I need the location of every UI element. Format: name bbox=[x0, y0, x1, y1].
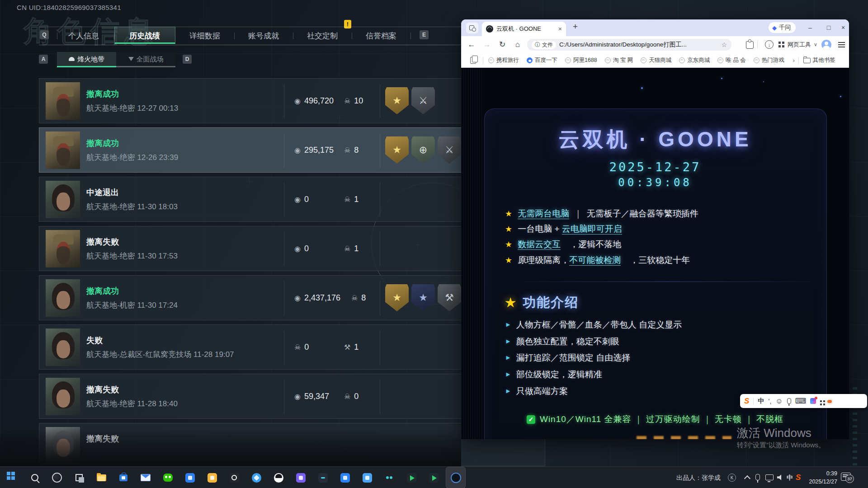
row-divider bbox=[284, 84, 284, 118]
wechat-button[interactable] bbox=[158, 467, 178, 488]
file-explorer-button[interactable] bbox=[91, 467, 111, 488]
tray-volume-icon[interactable] bbox=[777, 474, 783, 480]
bookmark-item[interactable]: 携程旅行 bbox=[488, 56, 519, 64]
qianwen-extension-button[interactable]: ◆ 千问 bbox=[769, 22, 796, 33]
window-minimize-button[interactable]: – bbox=[803, 21, 817, 34]
bookmark-panel-icon[interactable] bbox=[470, 57, 476, 64]
app-lightblue-button[interactable] bbox=[357, 467, 377, 488]
forward-button[interactable]: → bbox=[480, 36, 494, 53]
app-navy-button[interactable] bbox=[313, 467, 333, 488]
emoji-button[interactable]: ☺ bbox=[775, 397, 783, 405]
store-button[interactable] bbox=[113, 467, 133, 488]
start-button[interactable] bbox=[3, 467, 23, 488]
bookmark-item[interactable]: 阿里1688 bbox=[565, 56, 597, 64]
wings-icon bbox=[128, 57, 134, 61]
qq-button[interactable] bbox=[269, 467, 288, 488]
subtab-fire-zone[interactable]: 烽火地带 bbox=[57, 52, 116, 67]
row-divider bbox=[380, 183, 380, 217]
address-bar[interactable]: ⓘ文件 C:/Users/Administrator/Desktop/goone… bbox=[527, 39, 731, 51]
extensions-icon[interactable] bbox=[746, 41, 754, 49]
search-button[interactable] bbox=[25, 467, 45, 488]
chevron-down-icon[interactable]: ∨ bbox=[814, 36, 817, 53]
bookmark-item[interactable]: 京东商城 bbox=[679, 56, 710, 64]
wegame-button[interactable] bbox=[224, 467, 244, 488]
tray-sogou-icon[interactable]: S bbox=[796, 467, 801, 488]
qq-icon bbox=[274, 473, 283, 483]
arrow-marker-icon: ► bbox=[505, 354, 511, 361]
tab-separator bbox=[293, 33, 293, 39]
home-button[interactable]: ⌂ bbox=[511, 36, 524, 53]
tab-achievements[interactable]: 账号成就 bbox=[248, 27, 279, 45]
subtab-full-battlefield[interactable]: 全面战场 bbox=[116, 52, 175, 67]
bookmark-item[interactable]: 热门游戏 bbox=[754, 56, 784, 64]
accelerator-button[interactable] bbox=[401, 467, 421, 488]
feature-text: 一台电脑 + bbox=[518, 224, 562, 234]
skin-center-icon[interactable] bbox=[810, 398, 816, 404]
ime-punctuation-button[interactable]: ’, bbox=[768, 398, 771, 405]
arrow-marker-icon: ► bbox=[505, 371, 511, 378]
tray-k-icon[interactable]: K bbox=[728, 474, 736, 482]
voice-input-icon[interactable] bbox=[787, 398, 791, 404]
bookmark-item[interactable]: 淘 宝 网 bbox=[605, 56, 633, 64]
bookmark-item[interactable]: 百度一下 bbox=[527, 56, 557, 64]
ai-mascot-icon[interactable] bbox=[826, 398, 833, 405]
tray-clock[interactable]: 0:39 2025/12/27 bbox=[807, 470, 837, 486]
bookmark-star-icon[interactable]: ☆ bbox=[721, 41, 727, 48]
delta-force-active-button[interactable] bbox=[446, 467, 466, 488]
keyboard-icon[interactable]: ⌨ bbox=[795, 396, 807, 406]
tab-reputation[interactable]: 信誉档案 bbox=[366, 27, 396, 45]
other-bookmarks-button[interactable]: 其他书签 bbox=[803, 56, 835, 64]
loot-value-stat: ◉0 bbox=[294, 177, 309, 221]
tab-social[interactable]: 社交定制 bbox=[307, 27, 338, 45]
app-dark-button[interactable] bbox=[379, 467, 399, 488]
feature-text: ，逻辑不落地 bbox=[570, 239, 621, 249]
tray-ime-mode[interactable]: 中 bbox=[787, 467, 793, 488]
bookmark-item[interactable]: 天猫商城 bbox=[641, 56, 671, 64]
match-result: 撤离成功 bbox=[86, 89, 119, 99]
back-button[interactable]: ← bbox=[465, 36, 478, 53]
new-tab-button[interactable]: + bbox=[573, 22, 578, 32]
gold-medal-icon: ★ bbox=[385, 136, 409, 164]
window-maximize-button[interactable]: □ bbox=[822, 21, 835, 34]
tab-match-history[interactable]: 历史战绩 bbox=[129, 27, 160, 45]
notification-center-button[interactable]: 37 bbox=[841, 473, 851, 481]
info-icon: ⓘ bbox=[535, 41, 540, 49]
page-time: 00:39:08 bbox=[484, 176, 826, 189]
app-yellow-button[interactable] bbox=[202, 467, 222, 488]
refresh-button[interactable]: ↻ bbox=[495, 36, 509, 53]
tab-personal-info[interactable]: 个人信息 bbox=[68, 27, 99, 45]
tray-mic-icon[interactable] bbox=[755, 474, 760, 480]
tray-chevron-up-icon[interactable] bbox=[744, 475, 750, 482]
apps-grid-icon[interactable] bbox=[778, 42, 781, 44]
kook-button[interactable] bbox=[246, 467, 266, 488]
app-blue-button[interactable] bbox=[180, 467, 200, 488]
copilot-button[interactable] bbox=[47, 467, 67, 488]
bullet-line: ►颜色独立配置，稳定不刺眼 bbox=[505, 336, 619, 347]
bookmarks-overflow-chevron[interactable]: › bbox=[793, 57, 795, 64]
app-icon bbox=[318, 473, 328, 483]
menu-icon[interactable] bbox=[838, 42, 845, 43]
tray-network-icon[interactable] bbox=[765, 474, 774, 480]
match-map: 航天基地-绝密 bbox=[86, 104, 135, 113]
match-result: 撤离失败 bbox=[86, 236, 119, 247]
match-time: 11-30 17:24 bbox=[137, 301, 177, 310]
toolbox-grid-icon[interactable] bbox=[820, 400, 822, 402]
accelerator-2-button[interactable] bbox=[424, 467, 443, 488]
window-close-button[interactable]: × bbox=[836, 21, 849, 34]
tab-detailed-stats[interactable]: 详细数据 bbox=[189, 27, 220, 45]
profile-avatar[interactable] bbox=[821, 40, 831, 50]
web-tools-button[interactable]: 网页工具 bbox=[788, 36, 811, 53]
medal-badges: ★ ⚔ bbox=[385, 87, 435, 114]
app-purple-button[interactable] bbox=[291, 467, 311, 488]
tab-close-icon[interactable]: × bbox=[558, 25, 562, 33]
ime-mode-button[interactable]: 中 bbox=[758, 397, 764, 405]
kills-stat: ☠8 bbox=[351, 276, 366, 320]
browser-tab-active[interactable]: 云双机 · GOONE × bbox=[482, 22, 566, 36]
tim-button[interactable] bbox=[335, 467, 355, 488]
task-view-button[interactable] bbox=[69, 467, 89, 488]
mail-button[interactable] bbox=[136, 467, 156, 488]
bookmark-item[interactable]: 唯 品 会 bbox=[717, 56, 745, 64]
downloads-button[interactable]: ↓ bbox=[765, 40, 774, 49]
tab-search-button[interactable] bbox=[466, 23, 478, 33]
sogou-logo-icon[interactable]: S bbox=[744, 397, 749, 406]
